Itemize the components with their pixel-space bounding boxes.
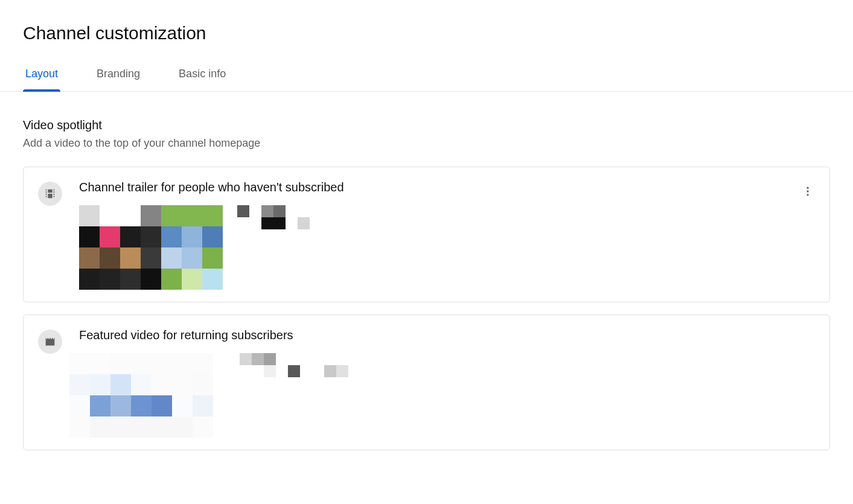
trailer-thumbnail[interactable] <box>79 205 223 290</box>
svg-point-0 <box>807 187 808 189</box>
featured-meta-redacted <box>228 353 348 377</box>
svg-point-2 <box>807 194 808 196</box>
svg-point-1 <box>807 190 808 192</box>
section-subtitle: Add a video to the top of your channel h… <box>23 137 830 150</box>
film-icon <box>38 182 62 206</box>
trailer-meta-redacted <box>237 205 310 229</box>
tab-layout[interactable]: Layout <box>25 68 58 91</box>
page-title: Channel customization <box>23 23 830 43</box>
trailer-card: Channel trailer for people who haven't s… <box>23 167 830 302</box>
featured-card: Featured video for returning subscribers <box>23 314 830 450</box>
featured-thumbnail[interactable] <box>69 353 213 438</box>
video-spotlight-section: Video spotlight Add a video to the top o… <box>23 118 830 450</box>
trailer-card-options-button[interactable] <box>800 184 815 199</box>
section-title: Video spotlight <box>23 118 830 132</box>
trailer-card-title: Channel trailer for people who haven't s… <box>79 180 815 194</box>
tabs: Layout Branding Basic info <box>0 68 853 92</box>
clapper-icon <box>38 330 62 354</box>
featured-card-title: Featured video for returning subscribers <box>79 328 815 342</box>
tab-basic-info[interactable]: Basic info <box>179 68 226 91</box>
tab-branding[interactable]: Branding <box>97 68 140 91</box>
